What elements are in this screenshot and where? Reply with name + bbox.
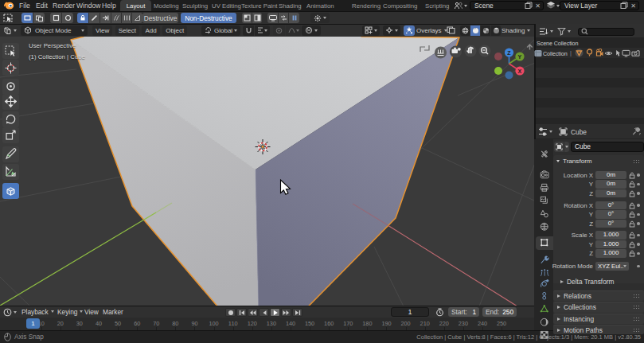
svg-text:Z: Z	[507, 50, 511, 56]
svg-text:Y: Y	[518, 54, 522, 60]
svg-text:X: X	[518, 68, 522, 74]
